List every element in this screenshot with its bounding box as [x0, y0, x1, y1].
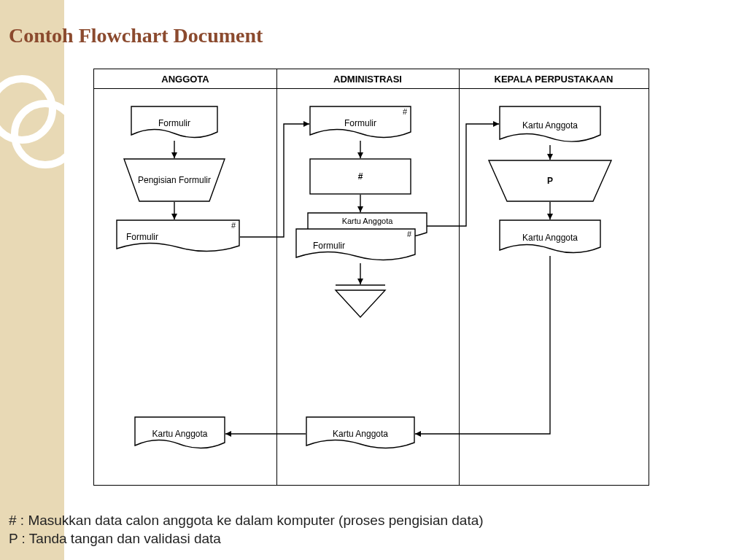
doc-kartu-kepala-1: Kartu Anggota	[499, 106, 601, 145]
doc-formulir-anggota-2: Formulir #	[116, 219, 240, 254]
page-title: Contoh Flowchart Document	[9, 24, 263, 47]
shape-label: P	[488, 160, 612, 202]
offpage-connector	[335, 284, 386, 318]
shape-label: Kartu Anggota	[134, 416, 225, 451]
hash-tag: #	[231, 221, 236, 230]
doc-kartu-anggota-bottom-left: Kartu Anggota	[134, 416, 225, 451]
hash-tag: #	[407, 230, 411, 238]
shape-label: Pengisian Formulir	[123, 158, 225, 202]
shape-label: Formulir	[116, 219, 240, 254]
shape-label: Formulir	[295, 228, 416, 263]
legend: # : Masukkan data calon anggota ke dalam…	[9, 511, 484, 548]
svg-marker-12	[336, 290, 385, 317]
manual-op-p: P	[488, 160, 612, 202]
decorative-sidebar	[0, 0, 64, 560]
shape-label: Kartu Anggota	[306, 416, 415, 451]
flowchart: ANGGOTA ADMINISTRASI KEPALA PERPUSTAKAAN	[93, 69, 649, 486]
shape-label: Kartu Anggota	[499, 106, 601, 145]
manual-op-pengisian: Pengisian Formulir	[123, 158, 225, 202]
legend-line: # : Masukkan data calon anggota ke dalam…	[9, 511, 484, 530]
doc-kartu-kepala-2: Kartu Anggota	[499, 219, 601, 256]
shape-label: #	[309, 158, 411, 195]
hash-tag: #	[403, 107, 407, 116]
shape-label: Kartu Anggota	[499, 219, 601, 256]
legend-line: P : Tanda tangan dan validasi data	[9, 529, 484, 548]
shape-label: Formulir	[131, 106, 218, 141]
shape-label: Formulir	[309, 106, 411, 141]
doc-formulir-admin: Formulir #	[309, 106, 411, 141]
doc-kartu-admin-bottom: Kartu Anggota	[306, 416, 415, 451]
doc-stack-front: Formulir #	[295, 228, 416, 263]
process-hash: #	[309, 158, 411, 195]
doc-formulir-anggota-1: Formulir	[131, 106, 218, 141]
